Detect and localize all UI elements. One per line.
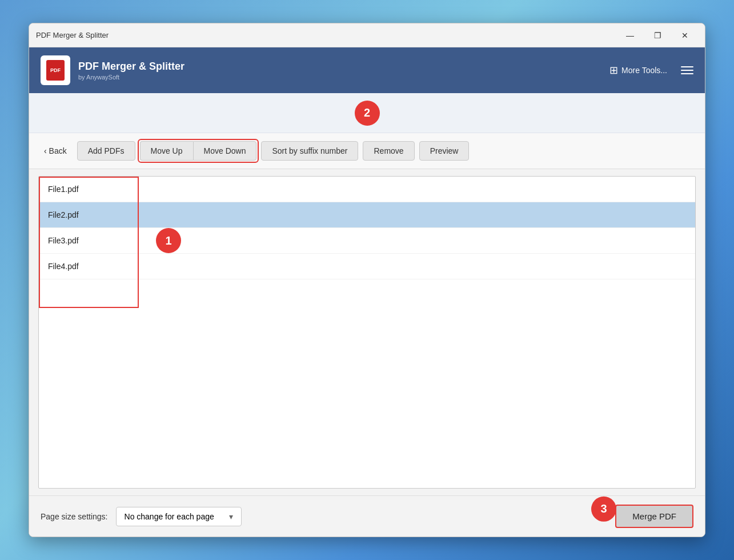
remove-button[interactable]: Remove [363, 141, 414, 161]
hamburger-line-1 [681, 66, 693, 67]
page-size-value: No change for each page [125, 512, 214, 521]
file-list-container: File1.pdf File2.pdf File3.pdf File4.pdf … [38, 176, 696, 489]
minimize-button[interactable]: — [617, 26, 643, 45]
page-size-dropdown[interactable]: No change for each page ▾ [116, 507, 242, 526]
hamburger-line-3 [681, 73, 693, 74]
move-up-button[interactable]: Move Up [140, 141, 193, 161]
hamburger-menu-button[interactable] [681, 66, 693, 74]
dropdown-arrow-icon: ▾ [229, 512, 233, 521]
app-name-sub: by AnywaySoft [78, 74, 609, 81]
move-down-button[interactable]: Move Down [193, 141, 257, 161]
step-2-circle: 2 [355, 101, 380, 126]
close-button[interactable]: ✕ [672, 26, 698, 45]
bottom-bar: Page size settings: No change for each p… [29, 495, 705, 537]
add-pdfs-button[interactable]: Add PDFs [77, 141, 135, 161]
back-button[interactable]: ‹ Back [38, 143, 73, 159]
toolbar: ‹ Back Add PDFs Move Up Move Down Sort b… [29, 133, 705, 169]
app-window: PDF Merger & Splitter — ❐ ✕ PDF PDF Merg… [29, 23, 705, 537]
app-name-group: PDF Merger & Splitter by AnywaySoft [78, 60, 609, 80]
title-bar: PDF Merger & Splitter — ❐ ✕ [29, 23, 705, 47]
app-logo: PDF [41, 55, 70, 85]
window-controls: — ❐ ✕ [617, 26, 698, 45]
maximize-button[interactable]: ❐ [644, 26, 671, 45]
app-name-main: PDF Merger & Splitter [78, 60, 609, 73]
file-list: File1.pdf File2.pdf File3.pdf File4.pdf [39, 177, 695, 279]
merge-pdf-button[interactable]: Merge PDF [615, 505, 693, 528]
file-item-3[interactable]: File3.pdf [39, 228, 695, 254]
step-indicator-area: 2 [29, 93, 705, 133]
move-buttons-group: Move Up Move Down [140, 141, 257, 161]
header-bar: PDF PDF Merger & Splitter by AnywaySoft … [29, 47, 705, 93]
step-3-circle: 3 [591, 496, 616, 521]
file-item-2[interactable]: File2.pdf [39, 202, 695, 228]
more-tools-button[interactable]: ⊞ More Tools... [609, 64, 667, 77]
sort-by-suffix-button[interactable]: Sort by suffix number [261, 141, 358, 161]
header-right: ⊞ More Tools... [609, 64, 693, 77]
content-area: File1.pdf File2.pdf File3.pdf File4.pdf … [29, 169, 705, 495]
hamburger-line-2 [681, 70, 693, 71]
grid-icon: ⊞ [609, 64, 618, 77]
page-size-label: Page size settings: [41, 512, 108, 521]
preview-button[interactable]: Preview [419, 141, 470, 161]
file-item-4[interactable]: File4.pdf [39, 254, 695, 279]
window-title: PDF Merger & Splitter [36, 31, 617, 39]
file-item-1[interactable]: File1.pdf [39, 177, 695, 202]
pdf-logo-icon: PDF [46, 60, 65, 81]
